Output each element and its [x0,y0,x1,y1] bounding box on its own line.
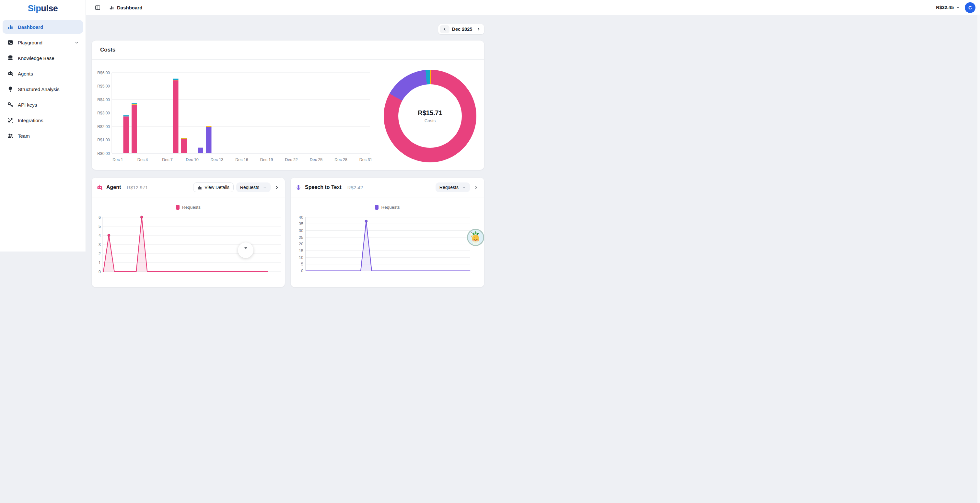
mascot-widget-button[interactable] [467,229,484,246]
svg-text:R$2.00: R$2.00 [97,124,110,129]
donut-total: R$15.71 [418,109,442,117]
logo: Sipulse [0,0,86,14]
svg-text:5: 5 [99,224,101,229]
svg-text:Dec 4: Dec 4 [137,158,148,162]
svg-text:Dec 10: Dec 10 [186,158,199,162]
svg-text:2: 2 [99,252,101,252]
speech-metric-select[interactable]: Requests [436,183,470,192]
costs-card: Costs R$0.00R$1.00R$2.00R$3.00R$4.00R$5.… [91,40,485,170]
date-selector: Dec 2025 [438,24,484,34]
svg-text:30: 30 [299,229,303,233]
agent-title: Agent [106,185,121,190]
svg-text:Dec 22: Dec 22 [285,158,298,162]
svg-text:Dec 25: Dec 25 [310,158,323,162]
legend-label: Requests [182,205,200,210]
svg-text:Dec 19: Dec 19 [260,158,273,162]
pineapple-mascot-icon [468,230,483,245]
sidebar-item-label: Team [18,133,30,139]
chevron-down-icon [74,40,79,45]
users-icon [7,132,14,139]
terminal-icon [7,39,14,46]
legend-swatch [375,205,379,210]
agent-metric-select[interactable]: Requests [236,183,270,192]
sidebar-item-knowledge-base[interactable]: Knowledge Base [3,51,83,65]
panel-left-icon [95,5,101,11]
topbar: Dashboard R$32.45 C [86,0,490,15]
divider [105,4,105,11]
bar-chart-icon [7,24,14,30]
key-icon [7,102,14,108]
svg-text:25: 25 [299,235,303,240]
legend-swatch [176,205,180,210]
sidebar-item-agents[interactable]: Agents [3,67,83,80]
sidebar-nav: Dashboard Playground Knowledge Base Agen… [0,20,86,145]
agent-card-header: Agent R$12.971 View Details Requests [92,178,285,197]
speech-title: Speech to Text [305,185,342,190]
bar-chart-icon [109,5,115,10]
svg-text:35: 35 [299,222,303,226]
page-title: Dashboard [117,5,142,10]
sidebar-item-structured-analysis[interactable]: Structured Analysis [3,82,83,96]
sidebar: Sipulse Dashboard Playground Knowledge B… [0,0,86,252]
svg-text:3: 3 [99,242,101,247]
sidebar-item-label: Structured Analysis [18,86,59,92]
sidebar-item-api-keys[interactable]: API keys [3,98,83,111]
sidebar-item-label: Dashboard [18,24,43,30]
sidebar-item-integrations[interactable]: Integrations [3,113,83,127]
svg-text:R$3.00: R$3.00 [97,111,110,115]
svg-text:R$5.00: R$5.00 [97,84,110,89]
legend-label: Requests [381,205,399,210]
database-icon [7,55,14,61]
bar-chart-icon [197,185,202,190]
logo-text: Si [28,3,36,13]
sidebar-toggle-button[interactable] [93,3,102,12]
svg-text:Dec 1: Dec 1 [113,158,123,162]
svg-text:R$0.00: R$0.00 [97,151,110,156]
svg-text:Dec 31: Dec 31 [360,158,372,162]
speech-amount: R$2.42 [347,185,363,190]
chevron-down-icon [262,185,267,189]
donut-caption: Costs [425,118,436,123]
svg-text:R$6.00: R$6.00 [97,71,110,75]
chevron-down-icon [462,185,466,189]
view-details-button[interactable]: View Details [193,183,234,192]
expand-card-button[interactable] [473,184,480,191]
robot-icon [7,70,14,77]
agent-legend: Requests [92,205,285,210]
sidebar-item-playground[interactable]: Playground [3,36,83,49]
plug-icon [7,117,14,124]
date-label: Dec 2025 [450,27,475,32]
lightbulb-icon [7,86,14,92]
chevron-down-icon [243,245,248,251]
sidebar-item-label: Playground [18,40,43,45]
next-month-button[interactable] [475,25,482,33]
svg-text:Dec 7: Dec 7 [162,158,173,162]
sidebar-item-label: Agents [18,71,33,76]
svg-text:R$1.00: R$1.00 [97,138,110,142]
agent-card: Agent R$12.971 View Details Requests Req… [91,177,285,252]
sidebar-item-label: API keys [18,102,37,108]
svg-text:6: 6 [99,215,101,220]
sidebar-item-dashboard[interactable]: Dashboard [3,20,83,34]
svg-text:4: 4 [99,233,101,238]
breadcrumb: Dashboard [109,5,142,10]
speech-legend: Requests [291,205,484,210]
svg-text:R$4.00: R$4.00 [97,97,110,102]
svg-text:Dec 28: Dec 28 [334,158,347,162]
sidebar-item-label: Knowledge Base [18,56,54,61]
svg-text:40: 40 [299,215,303,220]
svg-text:15: 15 [299,248,303,252]
sidebar-item-team[interactable]: Team [3,129,83,143]
microphone-icon [295,184,302,191]
agent-amount: R$12.971 [127,185,148,190]
svg-text:Dec 13: Dec 13 [211,158,224,162]
sidebar-item-label: Integrations [18,118,43,123]
expand-card-button[interactable] [273,184,280,191]
prev-month-button[interactable] [440,25,450,33]
costs-donut-chart: R$15.71 Costs [384,70,476,162]
svg-text:Dec 16: Dec 16 [235,158,248,162]
svg-text:20: 20 [299,242,303,246]
speech-to-text-card: Speech to Text R$2.42 Requests Requests … [290,177,485,252]
robot-icon [96,184,103,191]
speech-card-header: Speech to Text R$2.42 Requests [291,178,484,197]
